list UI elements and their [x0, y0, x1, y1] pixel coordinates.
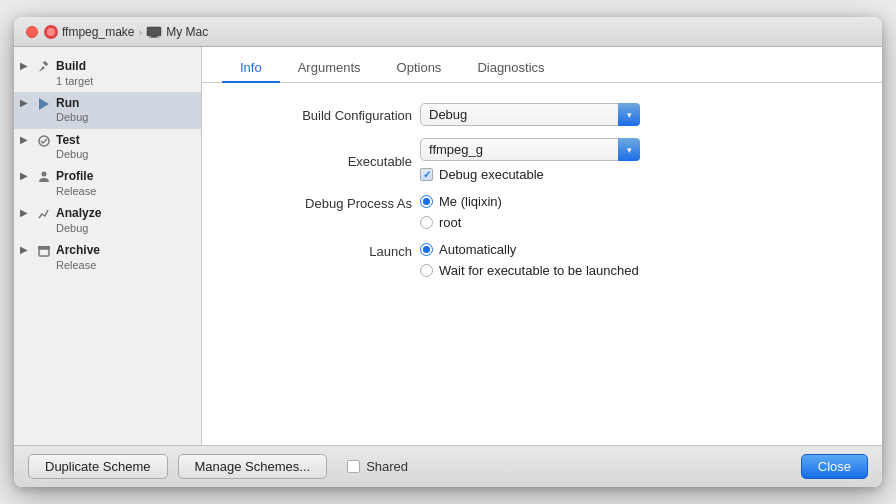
sidebar-label-test: Test: [56, 133, 88, 149]
monitor-icon: [146, 26, 162, 38]
titlebar: ffmpeg_make › My Mac: [14, 17, 882, 47]
launch-auto-label: Automatically: [439, 242, 516, 257]
sidebar-item-profile[interactable]: ▶ Profile Release: [14, 165, 201, 202]
svg-point-5: [42, 172, 47, 177]
sidebar-sublabel-test: Debug: [56, 148, 88, 161]
tab-arguments[interactable]: Arguments: [280, 55, 379, 83]
duplicate-scheme-button[interactable]: Duplicate Scheme: [28, 454, 168, 479]
breadcrumb-scheme: ffmpeg_make: [62, 25, 135, 39]
sidebar-item-archive[interactable]: ▶ Archive Release: [14, 239, 201, 276]
svg-rect-3: [43, 61, 49, 67]
bottom-bar: Duplicate Scheme Manage Schemes... Share…: [14, 445, 882, 487]
sidebar-toggle-run: ▶: [20, 98, 32, 108]
debug-process-root-label: root: [439, 215, 461, 230]
executable-controls: ffmpeg_g ▾ Debug executable: [420, 138, 640, 182]
main-body: ▶ Build 1 target ▶ Run Debug: [14, 47, 882, 445]
launch-auto-row: Automatically: [420, 242, 639, 257]
launch-wait-label: Wait for executable to be launched: [439, 263, 639, 278]
build-config-select[interactable]: Debug Release: [420, 103, 640, 126]
sidebar-label-analyze: Analyze: [56, 206, 101, 222]
debug-process-me-row: Me (liqixin): [420, 194, 502, 209]
debug-process-me-radio[interactable]: [420, 195, 433, 208]
breadcrumb-destination: My Mac: [166, 25, 208, 39]
archive-icon: [36, 243, 52, 259]
executable-select-wrapper: ffmpeg_g ▾: [420, 138, 640, 161]
profile-icon: [36, 169, 52, 185]
sidebar-item-run[interactable]: ▶ Run Debug: [14, 92, 201, 129]
sidebar: ▶ Build 1 target ▶ Run Debug: [14, 47, 202, 445]
sidebar-item-test[interactable]: ▶ Test Debug: [14, 129, 201, 166]
shared-row: Shared: [347, 459, 408, 474]
sidebar-text-archive: Archive Release: [56, 243, 100, 272]
breadcrumb: ffmpeg_make › My Mac: [44, 25, 208, 39]
debug-process-root-radio[interactable]: [420, 216, 433, 229]
sidebar-label-archive: Archive: [56, 243, 100, 259]
sidebar-sublabel-run: Debug: [56, 111, 88, 124]
breadcrumb-chevron: ›: [139, 26, 143, 38]
executable-label: Executable: [242, 152, 412, 169]
sidebar-text-test: Test Debug: [56, 133, 88, 162]
sidebar-sublabel-archive: Release: [56, 259, 100, 272]
form-area: Build Configuration Debug Release ▾ Exec…: [202, 83, 882, 445]
debug-process-radios: Me (liqixin) root: [420, 194, 502, 230]
launch-auto-radio[interactable]: [420, 243, 433, 256]
close-dot[interactable]: [26, 26, 38, 38]
content-area: Info Arguments Options Diagnostics Build…: [202, 47, 882, 445]
launch-radios: Automatically Wait for executable to be …: [420, 242, 639, 278]
executable-row: Executable ffmpeg_g ▾ Debug executable: [242, 138, 842, 182]
launch-wait-row: Wait for executable to be launched: [420, 263, 639, 278]
sidebar-sublabel-build: 1 target: [56, 75, 93, 88]
debug-process-root-row: root: [420, 215, 502, 230]
build-config-select-wrapper: Debug Release ▾: [420, 103, 640, 126]
sidebar-item-build[interactable]: ▶ Build 1 target: [14, 55, 201, 92]
launch-row: Launch Automatically Wait for executable…: [242, 242, 842, 278]
sidebar-toggle-test: ▶: [20, 135, 32, 145]
sidebar-text-build: Build 1 target: [56, 59, 93, 88]
scheme-icon: [44, 25, 58, 39]
svg-rect-2: [149, 37, 159, 38]
dialog: ffmpeg_make › My Mac ▶ Build: [14, 17, 882, 487]
sidebar-item-analyze[interactable]: ▶ Analyze Debug: [14, 202, 201, 239]
sidebar-sublabel-analyze: Debug: [56, 222, 101, 235]
sidebar-text-profile: Profile Release: [56, 169, 96, 198]
tabs-bar: Info Arguments Options Diagnostics: [202, 47, 882, 83]
sidebar-text-analyze: Analyze Debug: [56, 206, 101, 235]
launch-wait-radio[interactable]: [420, 264, 433, 277]
tab-info[interactable]: Info: [222, 55, 280, 83]
sidebar-text-run: Run Debug: [56, 96, 88, 125]
close-button[interactable]: Close: [801, 454, 868, 479]
build-config-row: Build Configuration Debug Release ▾: [242, 103, 842, 126]
debug-executable-label: Debug executable: [439, 167, 544, 182]
debug-process-row: Debug Process As Me (liqixin) root: [242, 194, 842, 230]
sidebar-toggle-archive: ▶: [20, 245, 32, 255]
debug-process-label: Debug Process As: [242, 194, 412, 211]
sidebar-toggle-profile: ▶: [20, 171, 32, 181]
shared-label: Shared: [366, 459, 408, 474]
debug-executable-row: Debug executable: [420, 167, 640, 182]
sidebar-label-run: Run: [56, 96, 88, 112]
sidebar-toggle-analyze: ▶: [20, 208, 32, 218]
executable-select[interactable]: ffmpeg_g: [420, 138, 640, 161]
sidebar-toggle-build: ▶: [20, 61, 32, 71]
test-icon: [36, 133, 52, 149]
debug-executable-checkbox[interactable]: [420, 168, 433, 181]
sidebar-sublabel-profile: Release: [56, 185, 96, 198]
sidebar-label-profile: Profile: [56, 169, 96, 185]
launch-label: Launch: [242, 242, 412, 259]
shared-checkbox[interactable]: [347, 460, 360, 473]
sidebar-label-build: Build: [56, 59, 93, 75]
manage-schemes-button[interactable]: Manage Schemes...: [178, 454, 328, 479]
svg-rect-1: [151, 36, 157, 38]
tab-diagnostics[interactable]: Diagnostics: [459, 55, 562, 83]
debug-process-me-label: Me (liqixin): [439, 194, 502, 209]
build-config-label: Build Configuration: [242, 106, 412, 123]
svg-rect-0: [147, 27, 161, 36]
tab-options[interactable]: Options: [379, 55, 460, 83]
run-icon: [36, 96, 52, 112]
analyze-icon: [36, 206, 52, 222]
hammer-icon: [36, 59, 52, 75]
svg-rect-7: [38, 246, 50, 249]
